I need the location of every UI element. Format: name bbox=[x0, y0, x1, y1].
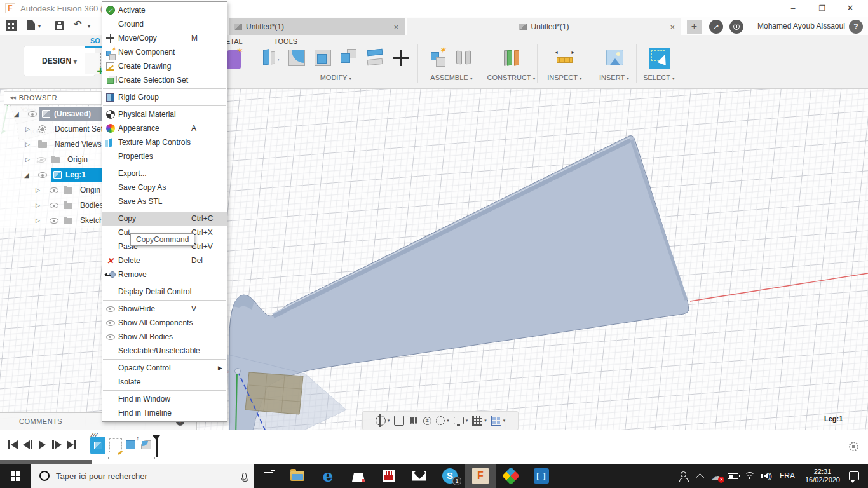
taskbar-fusion360-active[interactable]: F bbox=[465, 464, 496, 488]
menu-item-move-copy[interactable]: Move/CopyM bbox=[102, 31, 227, 45]
taskbar-search-input[interactable]: Taper ici pour rechercher bbox=[31, 464, 254, 488]
menu-item-activate[interactable]: ✓Activate bbox=[102, 3, 227, 17]
menu-item-new-component[interactable]: New Component bbox=[102, 45, 227, 59]
display-settings-icon[interactable] bbox=[454, 417, 464, 424]
visibility-eye-icon[interactable] bbox=[38, 172, 47, 178]
foot-tan-face[interactable] bbox=[245, 372, 303, 414]
job-status-clock-icon[interactable] bbox=[729, 20, 743, 34]
create-form-icon[interactable] bbox=[227, 50, 241, 69]
menu-item-rigid-group[interactable]: Rigid Group bbox=[102, 90, 227, 104]
new-tab-button[interactable]: + bbox=[687, 20, 702, 34]
expand-icon[interactable]: ◢ bbox=[14, 111, 19, 118]
collapsed-icon[interactable]: ▷ bbox=[36, 202, 40, 208]
menu-item-physical-material[interactable]: Physical Material bbox=[102, 107, 227, 121]
grid-settings-icon[interactable] bbox=[472, 416, 482, 426]
visibility-eye-icon[interactable] bbox=[50, 218, 58, 224]
action-center-icon[interactable] bbox=[849, 471, 859, 480]
file-menu-caret-icon[interactable]: ▾ bbox=[38, 24, 41, 29]
collapsed-icon[interactable]: ▷ bbox=[25, 141, 30, 147]
create-sketch-icon[interactable] bbox=[85, 53, 101, 74]
ribbon-tab-solid-partial[interactable]: SO bbox=[90, 37, 100, 44]
language-indicator[interactable]: FRA bbox=[780, 471, 795, 480]
menu-item-export[interactable]: Export... bbox=[102, 166, 227, 180]
app-grid-icon[interactable] bbox=[6, 20, 17, 31]
joint-icon[interactable] bbox=[454, 47, 475, 69]
tab-2-close-icon[interactable]: × bbox=[670, 22, 675, 32]
wifi-icon[interactable] bbox=[742, 464, 758, 488]
menu-item-texture-map-controls[interactable]: Texture Map Controls bbox=[102, 135, 227, 149]
collapsed-icon[interactable]: ▷ bbox=[36, 187, 40, 193]
menu-item-ground[interactable]: Ground bbox=[102, 17, 227, 31]
taskbar-mail[interactable] bbox=[404, 464, 435, 488]
shell-icon[interactable] bbox=[313, 47, 333, 69]
close-button[interactable]: ✕ bbox=[836, 0, 864, 17]
extensions-icon[interactable]: ↗ bbox=[709, 20, 723, 34]
microphone-icon[interactable] bbox=[242, 473, 247, 480]
menu-item-delete[interactable]: ✕DeleteDel bbox=[102, 254, 227, 268]
browser-row-bodies[interactable]: ▷ Bodies bbox=[0, 198, 103, 213]
ribbon-tab-sheetmetal-partial[interactable]: ETAL bbox=[226, 37, 243, 45]
menu-item-properties[interactable]: Properties bbox=[102, 149, 227, 163]
insert-group-label[interactable]: INSERT ▾ bbox=[592, 74, 636, 81]
collapsed-icon[interactable]: ▷ bbox=[25, 156, 30, 163]
taskbar-store[interactable] bbox=[343, 464, 374, 488]
maximize-button[interactable]: ❐ bbox=[808, 0, 836, 17]
timeline-go-start-button[interactable] bbox=[6, 439, 19, 451]
select-group-label[interactable]: SELECT ▾ bbox=[637, 74, 681, 81]
collapse-browser-icon[interactable]: ◀◀ bbox=[10, 95, 15, 100]
menu-item-isolate[interactable]: Isolate bbox=[102, 375, 227, 389]
select-tool-icon[interactable] bbox=[649, 47, 669, 69]
menu-item-show-hide[interactable]: Show/HideV bbox=[102, 302, 227, 316]
browser-row-leg1[interactable]: ◢ Leg:1 bbox=[0, 167, 103, 182]
insert-image-icon[interactable] bbox=[604, 47, 625, 69]
taskbar-edge[interactable]: e bbox=[313, 464, 343, 488]
timeline-step-forward-button[interactable] bbox=[50, 439, 63, 451]
save-icon[interactable] bbox=[55, 21, 64, 30]
root-highlight[interactable]: (Unsaved) bbox=[39, 107, 103, 121]
menu-item-create-drawing[interactable]: Create Drawing bbox=[102, 59, 227, 73]
people-icon[interactable] bbox=[675, 464, 692, 488]
menu-item-save-copy-as[interactable]: Save Copy As bbox=[102, 180, 227, 194]
taskbar-file-explorer[interactable] bbox=[282, 464, 313, 488]
fit-caret-icon[interactable]: ▾ bbox=[447, 418, 449, 423]
timeline-component-feature[interactable] bbox=[90, 437, 105, 454]
browser-row-document-settings[interactable]: ▷ Document Set bbox=[0, 121, 103, 137]
undo-caret-icon[interactable]: ▾ bbox=[88, 24, 90, 29]
inspect-group-label[interactable]: INSPECT ▾ bbox=[538, 74, 592, 81]
timeline-sketch-feature[interactable] bbox=[109, 438, 122, 452]
menu-item-find-in-timeline[interactable]: Find in Timeline bbox=[102, 406, 227, 420]
new-component-icon[interactable] bbox=[428, 47, 449, 69]
orbit-icon[interactable] bbox=[376, 416, 386, 426]
pan-icon[interactable] bbox=[409, 416, 419, 426]
browser-row-origin-root[interactable]: ▷ Origin bbox=[0, 152, 103, 167]
timeline-extrude-feature[interactable] bbox=[126, 440, 135, 449]
move-copy-icon[interactable] bbox=[391, 47, 411, 69]
onedrive-error-icon[interactable]: ☁ bbox=[709, 464, 725, 488]
split-body-icon[interactable] bbox=[365, 47, 385, 69]
timeline-settings-gear-icon[interactable] bbox=[849, 442, 858, 451]
combine-icon[interactable] bbox=[339, 47, 359, 69]
taskbar-3d-viewer[interactable] bbox=[496, 464, 526, 488]
visibility-eye-icon[interactable] bbox=[50, 187, 58, 193]
taskbar-brackets-app[interactable]: [ ] bbox=[526, 464, 557, 488]
visibility-eye-off-icon[interactable] bbox=[37, 157, 46, 163]
browser-row-named-views[interactable]: ▷ Named Views bbox=[0, 137, 103, 152]
taskbar-skype[interactable]: S1 bbox=[435, 464, 465, 488]
minimize-button[interactable]: – bbox=[779, 0, 807, 17]
viewports-caret-icon[interactable]: ▾ bbox=[503, 418, 506, 423]
tray-expand-chevron-icon[interactable] bbox=[692, 464, 709, 488]
collapsed-icon[interactable]: ▷ bbox=[25, 126, 30, 132]
browser-row-sketches[interactable]: ▷ Sketches bbox=[0, 213, 103, 228]
battery-icon[interactable] bbox=[725, 464, 742, 488]
modify-group-label[interactable]: MODIFY ▾ bbox=[254, 74, 417, 81]
timeline-step-back-button[interactable] bbox=[21, 439, 34, 451]
viewports-icon[interactable] bbox=[491, 416, 501, 426]
tab-1-close-icon[interactable]: × bbox=[393, 22, 398, 32]
fillet-icon[interactable] bbox=[287, 47, 307, 69]
assemble-group-label[interactable]: ASSEMBLE ▾ bbox=[418, 74, 485, 81]
browser-row-origin-leg[interactable]: ▷ Origin bbox=[0, 182, 103, 198]
timeline-position-marker[interactable] bbox=[153, 435, 160, 457]
visibility-eye-icon[interactable] bbox=[50, 203, 58, 208]
display-caret-icon[interactable]: ▾ bbox=[466, 418, 468, 423]
collapsed-icon[interactable]: ▷ bbox=[36, 217, 40, 224]
